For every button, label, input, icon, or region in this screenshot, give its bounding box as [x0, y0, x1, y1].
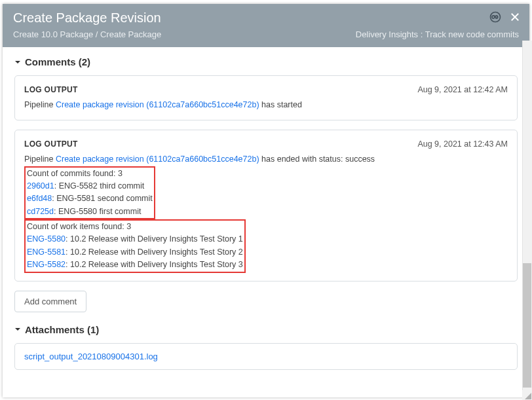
commits-count: Count of commits found: 3 [27, 168, 153, 180]
workitem-text: : 10.2 Release with Delivery Insights Te… [66, 247, 243, 257]
workitem-link[interactable]: ENG-5582 [27, 260, 66, 269]
scrollbar-thumb[interactable] [523, 263, 531, 388]
scrollbar-corner [522, 390, 532, 400]
log-head: LOG OUTPUT Aug 9, 2021 at 12:42 AM [24, 84, 508, 96]
resize-grip-icon[interactable] [523, 391, 531, 399]
workitem-link[interactable]: ENG-5580 [27, 234, 66, 244]
log-text: has ended with status: success [259, 155, 375, 164]
chevron-down-icon [14, 326, 21, 333]
commit-row: cd725d: ENG-5580 first commit [27, 206, 153, 218]
log-time: Aug 9, 2021 at 12:42 AM [417, 84, 508, 96]
attachments-heading-text: Attachments (1) [25, 324, 99, 335]
workitem-link[interactable]: ENG-5581 [27, 247, 66, 257]
workitem-row: ENG-5582: 10.2 Release with Delivery Ins… [27, 259, 243, 271]
workitems-count: Count of work items found: 3 [27, 221, 243, 233]
log-head: LOG OUTPUT Aug 9, 2021 at 12:43 AM [24, 138, 508, 151]
breadcrumb: Create 10.0 Package / Create Package [13, 29, 161, 39]
commits-highlight: Count of commits found: 3 2960d1: ENG-55… [24, 166, 155, 220]
commit-row: e6fd48: ENG-5581 second commit [27, 192, 153, 205]
pipeline-link[interactable]: Create package revision (61102ca7a660bc5… [56, 155, 259, 164]
pipeline-link[interactable]: Create package revision (61102ca7a660bc5… [56, 100, 259, 109]
attachments-header[interactable]: Attachments (1) [14, 324, 518, 335]
scrollbar[interactable] [522, 41, 532, 400]
commit-link[interactable]: cd725d [27, 207, 54, 216]
log-label: LOG OUTPUT [24, 84, 78, 96]
header-icons [489, 10, 522, 24]
workitems-highlight: Count of work items found: 3 ENG-5580: 1… [24, 219, 246, 273]
commit-text: : ENG-5581 second commit [52, 194, 153, 203]
modal-content: Comments (2) LOG OUTPUT Aug 9, 2021 at 1… [3, 47, 529, 397]
close-icon[interactable] [508, 10, 522, 24]
add-comment-button[interactable]: Add comment [14, 291, 86, 312]
chevron-down-icon [14, 59, 21, 65]
log-body: Pipeline Create package revision (61102c… [24, 153, 508, 166]
log-time: Aug 9, 2021 at 12:43 AM [417, 138, 508, 151]
comments-header[interactable]: Comments (2) [14, 56, 518, 67]
infinity-icon[interactable] [489, 10, 502, 24]
log-body: Pipeline Create package revision (61102c… [24, 99, 508, 111]
workitem-text: : 10.2 Release with Delivery Insights Te… [66, 234, 243, 244]
log-text: Pipeline [24, 100, 56, 109]
workitem-row: ENG-5581: 10.2 Release with Delivery Ins… [27, 246, 243, 259]
workitem-row: ENG-5580: 10.2 Release with Delivery Ins… [27, 233, 243, 245]
header-subtitle: Delivery Insights : Track new code commi… [356, 29, 519, 39]
log-card-1: LOG OUTPUT Aug 9, 2021 at 12:42 AM Pipel… [14, 75, 518, 120]
comments-heading-text: Comments (2) [25, 56, 90, 67]
log-label: LOG OUTPUT [24, 138, 78, 151]
modal-header: Create Package Revision Create 10.0 Pack… [3, 4, 529, 47]
modal: Create Package Revision Create 10.0 Pack… [3, 4, 529, 397]
attachment-card: script_output_20210809004301.log [14, 343, 518, 370]
log-text: has started [259, 100, 302, 109]
commit-row: 2960d1: ENG-5582 third commit [27, 180, 153, 192]
modal-title: Create Package Revision [13, 10, 519, 26]
commit-text: : ENG-5580 first commit [54, 207, 141, 216]
commit-text: : ENG-5582 third commit [54, 181, 145, 191]
attachment-link[interactable]: script_output_20210809004301.log [24, 352, 158, 361]
log-card-2: LOG OUTPUT Aug 9, 2021 at 12:43 AM Pipel… [14, 130, 518, 282]
log-text: Pipeline [24, 155, 56, 164]
commit-link[interactable]: 2960d1 [27, 181, 54, 191]
commit-link[interactable]: e6fd48 [27, 194, 52, 203]
header-sub: Create 10.0 Package / Create Package Del… [13, 29, 519, 39]
workitem-text: : 10.2 Release with Delivery Insights Te… [66, 260, 243, 269]
